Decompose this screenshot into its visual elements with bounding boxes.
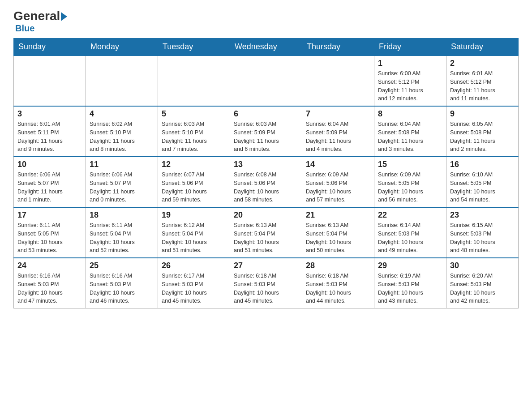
calendar-cell: 10Sunrise: 6:06 AM Sunset: 5:07 PM Dayli… [14,157,86,207]
day-number: 23 [450,210,515,220]
day-info: Sunrise: 6:11 AM Sunset: 5:04 PM Dayligh… [90,221,154,255]
calendar-header-monday: Monday [86,39,158,56]
calendar-header-sunday: Sunday [14,39,86,56]
day-info: Sunrise: 6:11 AM Sunset: 5:05 PM Dayligh… [17,221,82,255]
calendar-header-wednesday: Wednesday [230,39,302,56]
calendar-cell: 17Sunrise: 6:11 AM Sunset: 5:05 PM Dayli… [14,207,86,258]
calendar-cell: 4Sunrise: 6:02 AM Sunset: 5:10 PM Daylig… [86,106,158,157]
calendar-cell: 24Sunrise: 6:16 AM Sunset: 5:03 PM Dayli… [14,258,86,308]
day-info: Sunrise: 6:03 AM Sunset: 5:10 PM Dayligh… [162,120,226,154]
day-info: Sunrise: 6:05 AM Sunset: 5:08 PM Dayligh… [450,120,515,154]
calendar-cell: 21Sunrise: 6:13 AM Sunset: 5:04 PM Dayli… [302,207,374,258]
calendar-cell [14,56,86,106]
day-number: 16 [450,160,515,169]
day-number: 6 [234,109,298,119]
calendar-header-thursday: Thursday [302,39,374,56]
calendar-cell: 2Sunrise: 6:01 AM Sunset: 5:12 PM Daylig… [446,56,519,106]
day-info: Sunrise: 6:07 AM Sunset: 5:06 PM Dayligh… [162,171,226,204]
day-number: 30 [450,261,515,270]
calendar-cell: 11Sunrise: 6:06 AM Sunset: 5:07 PM Dayli… [86,157,158,207]
page-header: General Blue [13,9,519,34]
calendar-cell: 18Sunrise: 6:11 AM Sunset: 5:04 PM Dayli… [86,207,158,258]
calendar-cell: 29Sunrise: 6:19 AM Sunset: 5:03 PM Dayli… [374,258,446,308]
logo-blue-text: Blue [15,23,34,34]
day-number: 15 [378,160,442,169]
calendar-cell: 5Sunrise: 6:03 AM Sunset: 5:10 PM Daylig… [158,106,230,157]
day-info: Sunrise: 6:19 AM Sunset: 5:03 PM Dayligh… [378,272,442,305]
day-info: Sunrise: 6:13 AM Sunset: 5:04 PM Dayligh… [306,221,370,255]
day-number: 28 [306,261,370,270]
calendar-cell [86,56,158,106]
calendar-cell: 22Sunrise: 6:14 AM Sunset: 5:03 PM Dayli… [374,207,446,258]
day-info: Sunrise: 6:03 AM Sunset: 5:09 PM Dayligh… [234,120,298,154]
day-info: Sunrise: 6:17 AM Sunset: 5:03 PM Dayligh… [162,272,226,305]
day-number: 10 [17,160,82,169]
day-number: 22 [378,210,442,220]
day-info: Sunrise: 6:09 AM Sunset: 5:06 PM Dayligh… [306,171,370,204]
day-number: 1 [378,59,442,68]
day-info: Sunrise: 6:02 AM Sunset: 5:10 PM Dayligh… [90,120,154,154]
calendar-cell [158,56,230,106]
day-info: Sunrise: 6:00 AM Sunset: 5:12 PM Dayligh… [378,69,442,103]
day-number: 13 [234,160,298,169]
calendar-cell: 26Sunrise: 6:17 AM Sunset: 5:03 PM Dayli… [158,258,230,308]
calendar-cell: 30Sunrise: 6:20 AM Sunset: 5:03 PM Dayli… [446,258,519,308]
day-number: 11 [90,160,154,169]
logo: General Blue [13,9,67,34]
calendar-header-row: SundayMondayTuesdayWednesdayThursdayFrid… [14,39,519,56]
day-number: 29 [378,261,442,270]
day-number: 25 [90,261,154,270]
day-info: Sunrise: 6:06 AM Sunset: 5:07 PM Dayligh… [90,171,154,204]
day-number: 18 [90,210,154,220]
calendar-cell: 9Sunrise: 6:05 AM Sunset: 5:08 PM Daylig… [446,106,519,157]
calendar-cell: 23Sunrise: 6:15 AM Sunset: 5:03 PM Dayli… [446,207,519,258]
day-number: 14 [306,160,370,169]
calendar-cell: 15Sunrise: 6:09 AM Sunset: 5:05 PM Dayli… [374,157,446,207]
day-info: Sunrise: 6:18 AM Sunset: 5:03 PM Dayligh… [234,272,298,305]
day-info: Sunrise: 6:13 AM Sunset: 5:04 PM Dayligh… [234,221,298,255]
day-number: 4 [90,109,154,119]
calendar-cell: 16Sunrise: 6:10 AM Sunset: 5:05 PM Dayli… [446,157,519,207]
calendar-cell: 8Sunrise: 6:04 AM Sunset: 5:08 PM Daylig… [374,106,446,157]
calendar-cell: 6Sunrise: 6:03 AM Sunset: 5:09 PM Daylig… [230,106,302,157]
day-number: 5 [162,109,226,119]
day-info: Sunrise: 6:10 AM Sunset: 5:05 PM Dayligh… [450,171,515,204]
day-number: 27 [234,261,298,270]
calendar-cell: 27Sunrise: 6:18 AM Sunset: 5:03 PM Dayli… [230,258,302,308]
calendar-header-friday: Friday [374,39,446,56]
calendar-cell: 3Sunrise: 6:01 AM Sunset: 5:11 PM Daylig… [14,106,86,157]
day-info: Sunrise: 6:12 AM Sunset: 5:04 PM Dayligh… [162,221,226,255]
day-number: 19 [162,210,226,220]
calendar-cell: 1Sunrise: 6:00 AM Sunset: 5:12 PM Daylig… [374,56,446,106]
day-number: 20 [234,210,298,220]
calendar-cell: 12Sunrise: 6:07 AM Sunset: 5:06 PM Dayli… [158,157,230,207]
day-number: 7 [306,109,370,119]
calendar-cell: 20Sunrise: 6:13 AM Sunset: 5:04 PM Dayli… [230,207,302,258]
calendar-cell: 28Sunrise: 6:18 AM Sunset: 5:03 PM Dayli… [302,258,374,308]
calendar-header-tuesday: Tuesday [158,39,230,56]
day-info: Sunrise: 6:01 AM Sunset: 5:11 PM Dayligh… [17,120,82,154]
calendar-cell: 14Sunrise: 6:09 AM Sunset: 5:06 PM Dayli… [302,157,374,207]
day-number: 9 [450,109,515,119]
calendar-cell [302,56,374,106]
calendar-cell: 7Sunrise: 6:04 AM Sunset: 5:09 PM Daylig… [302,106,374,157]
day-info: Sunrise: 6:20 AM Sunset: 5:03 PM Dayligh… [450,272,515,305]
day-number: 8 [378,109,442,119]
calendar-week-4: 17Sunrise: 6:11 AM Sunset: 5:05 PM Dayli… [14,207,519,258]
day-info: Sunrise: 6:16 AM Sunset: 5:03 PM Dayligh… [17,272,82,305]
calendar-week-3: 10Sunrise: 6:06 AM Sunset: 5:07 PM Dayli… [14,157,519,207]
day-number: 24 [17,261,82,270]
day-number: 26 [162,261,226,270]
calendar-cell [230,56,302,106]
day-info: Sunrise: 6:09 AM Sunset: 5:05 PM Dayligh… [378,171,442,204]
calendar-header-saturday: Saturday [446,39,519,56]
day-number: 17 [17,210,82,220]
calendar-cell: 19Sunrise: 6:12 AM Sunset: 5:04 PM Dayli… [158,207,230,258]
calendar-cell: 13Sunrise: 6:08 AM Sunset: 5:06 PM Dayli… [230,157,302,207]
day-info: Sunrise: 6:06 AM Sunset: 5:07 PM Dayligh… [17,171,82,204]
day-number: 2 [450,59,515,68]
day-info: Sunrise: 6:04 AM Sunset: 5:09 PM Dayligh… [306,120,370,154]
day-number: 3 [17,109,82,119]
calendar-week-2: 3Sunrise: 6:01 AM Sunset: 5:11 PM Daylig… [14,106,519,157]
calendar-cell: 25Sunrise: 6:16 AM Sunset: 5:03 PM Dayli… [86,258,158,308]
